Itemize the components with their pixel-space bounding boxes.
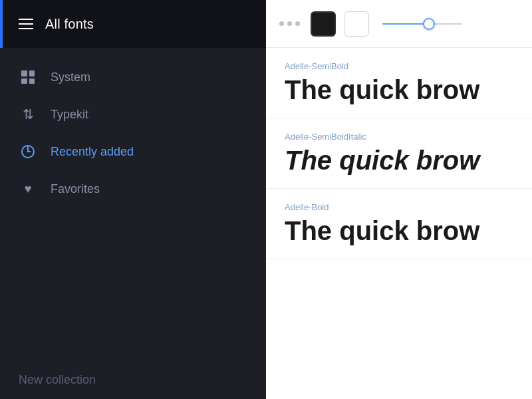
windows-icon: [19, 68, 37, 86]
hamburger-icon[interactable]: [19, 19, 33, 29]
sidebar-item-system[interactable]: System: [0, 59, 266, 96]
font-item-adelle-bold: Adelle-Bold The quick brow: [266, 189, 532, 259]
sidebar-item-recently-added[interactable]: Recently added: [0, 133, 266, 170]
main-content: Adelle-SemiBold The quick brow Adelle-Se…: [266, 0, 532, 399]
font-item-adelle-semibolditalic: Adelle-SemiBoldItalic The quick brow: [266, 118, 532, 189]
sidebar-header: All fonts: [0, 0, 266, 48]
sidebar-item-label-recently-added: Recently added: [51, 145, 134, 159]
font-size-slider-track[interactable]: [382, 23, 462, 25]
font-item-adelle-semibold: Adelle-SemiBold The quick brow: [266, 48, 532, 118]
sidebar-item-label-favorites: Favorites: [51, 182, 100, 196]
light-color-swatch[interactable]: [344, 11, 369, 37]
sidebar-title: All fonts: [45, 17, 94, 32]
font-preview-adelle-bold: The quick brow: [285, 216, 513, 245]
clock-icon: [19, 142, 37, 161]
more-options-icon[interactable]: [279, 21, 300, 26]
font-list: Adelle-SemiBold The quick brow Adelle-Se…: [266, 48, 532, 399]
sidebar-item-favorites[interactable]: ♥ Favorites: [0, 170, 266, 207]
typekit-icon: ⇅: [19, 105, 37, 124]
font-name-adelle-semibolditalic: Adelle-SemiBoldItalic: [285, 132, 513, 142]
font-preview-adelle-semibold: The quick brow: [285, 75, 513, 104]
font-name-adelle-bold: Adelle-Bold: [285, 202, 513, 212]
new-collection-button[interactable]: New collection: [0, 361, 266, 399]
sidebar-item-typekit[interactable]: ⇅ Typekit: [0, 96, 266, 133]
font-name-adelle-semibold: Adelle-SemiBold: [285, 61, 513, 71]
heart-icon: ♥: [19, 180, 37, 198]
toolbar: [266, 0, 532, 48]
font-preview-adelle-semibolditalic: The quick brow: [285, 146, 513, 175]
sidebar-item-label-typekit: Typekit: [51, 108, 88, 122]
dark-color-swatch[interactable]: [311, 11, 336, 37]
sidebar: All fonts System ⇅ Typekit Recently adde…: [0, 0, 266, 399]
font-size-slider-container: [377, 23, 519, 25]
sidebar-nav: System ⇅ Typekit Recently added ♥ Favori…: [0, 48, 266, 361]
sidebar-item-label-system: System: [51, 70, 90, 84]
font-size-slider-thumb[interactable]: [423, 18, 435, 30]
